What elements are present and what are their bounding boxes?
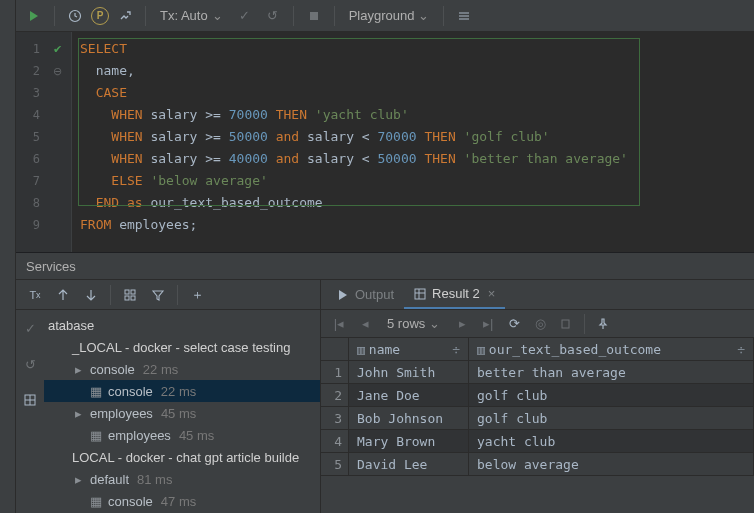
tx-mode-dropdown[interactable]: Tx: Auto ⌄ (154, 8, 229, 23)
tree-item-ms: 81 ms (137, 472, 172, 487)
services-panel: Tx ＋ ✓ ↺ (16, 280, 754, 513)
close-tab-icon[interactable]: × (488, 286, 496, 301)
grid-cell[interactable]: Bob Johnson (349, 407, 469, 430)
editor-code[interactable]: SELECT name, CASE WHEN salary >= 70000 T… (72, 32, 754, 252)
rows-dropdown[interactable]: 5 rows ⌄ (379, 316, 448, 331)
layout-small-icon[interactable] (17, 388, 43, 412)
copy-icon[interactable] (554, 313, 578, 335)
tree-row[interactable]: ▸employees45 ms (44, 402, 320, 424)
grid-row-index: 2 (321, 384, 349, 407)
grid-row[interactable]: 3Bob Johnsongolf club (321, 407, 754, 430)
line-numbers: 1 2 3 4 5 6 7 8 9 (16, 32, 44, 252)
svg-rect-4 (125, 296, 129, 300)
tree-item-ms: 47 ms (161, 494, 196, 509)
gutter-marks: ✔ ⊖ (44, 32, 71, 252)
svg-rect-8 (562, 320, 569, 328)
run-button[interactable] (22, 4, 46, 28)
svg-rect-2 (125, 290, 129, 294)
grid-row[interactable]: 4Mary Brownyacht club (321, 430, 754, 453)
search-icon[interactable]: ◎ (528, 313, 552, 335)
sql-editor[interactable]: 1 2 3 4 5 6 7 8 9 ✔ ⊖ SELECT name, CASE … (16, 32, 754, 252)
chevron-down-icon: ⌄ (429, 316, 440, 331)
commit-icon[interactable]: ✓ (233, 4, 257, 28)
chevron-down-icon: ⌄ (418, 8, 429, 23)
svg-rect-5 (131, 296, 135, 300)
tree-row[interactable]: ▦employees45 ms (44, 424, 320, 446)
settings-icon[interactable] (113, 4, 137, 28)
tree-row[interactable]: _LOCAL - docker - select case testing (44, 336, 320, 358)
options-icon[interactable] (452, 4, 476, 28)
grid-row[interactable]: 1John Smithbetter than average (321, 361, 754, 384)
tree-item-ms: 45 ms (161, 406, 196, 421)
rollback-icon[interactable]: ↺ (261, 4, 285, 28)
svg-rect-1 (310, 12, 318, 20)
grid-cell[interactable]: better than average (469, 361, 754, 384)
tree-item-label: default (90, 472, 129, 487)
filter-icon[interactable] (145, 283, 171, 307)
grid-row[interactable]: 2Jane Doegolf club (321, 384, 754, 407)
tree-row[interactable]: ▦console47 ms (44, 490, 320, 512)
next-page-icon[interactable]: ▸ (450, 313, 474, 335)
grid-cell[interactable]: Jane Doe (349, 384, 469, 407)
tree-item-label: console (108, 494, 153, 509)
prev-page-icon[interactable]: ◂ (353, 313, 377, 335)
layout-icon[interactable] (117, 283, 143, 307)
tree-row[interactable]: ▸console22 ms (44, 358, 320, 380)
folder-icon: ▸ (70, 406, 86, 421)
grid-cell[interactable]: John Smith (349, 361, 469, 384)
reload-icon[interactable]: ⟳ (502, 313, 526, 335)
services-tree[interactable]: atabase _LOCAL - docker - select case te… (44, 310, 320, 513)
grid-cell[interactable]: Mary Brown (349, 430, 469, 453)
grid-cell[interactable]: golf club (469, 384, 754, 407)
add-icon[interactable]: ＋ (184, 283, 210, 307)
grid-column-header[interactable]: ▥name÷ (349, 338, 469, 361)
playground-label: Playground (349, 8, 415, 23)
grid-column-header[interactable]: ▥our_text_based_outcome÷ (469, 338, 754, 361)
tree-item-label: employees (90, 406, 153, 421)
folder-icon: ▸ (70, 472, 86, 487)
tx-icon[interactable]: Tx (22, 283, 48, 307)
grid-row[interactable]: 5David Leebelow average (321, 453, 754, 476)
grid-cell[interactable]: golf club (469, 407, 754, 430)
playground-dropdown[interactable]: Playground ⌄ (343, 8, 436, 23)
table-icon: ▦ (88, 428, 104, 443)
services-toolbar: Tx ＋ (16, 280, 320, 310)
result-grid[interactable]: ▥name÷▥our_text_based_outcome÷1John Smit… (321, 338, 754, 513)
tab-output[interactable]: Output (327, 280, 404, 309)
tab-result-label: Result 2 (432, 286, 480, 301)
tree-heading: atabase (48, 318, 94, 333)
grid-row-index: 5 (321, 453, 349, 476)
check-icon[interactable]: ✓ (17, 316, 43, 340)
tree-item-ms: 45 ms (179, 428, 214, 443)
grid-cell[interactable]: below average (469, 453, 754, 476)
tree-row[interactable]: LOCAL - docker - chat gpt article builde (44, 446, 320, 468)
grid-row-index: 4 (321, 430, 349, 453)
tree-row[interactable]: ▦console22 ms (44, 380, 320, 402)
stop-button[interactable] (302, 4, 326, 28)
rows-label: 5 rows (387, 316, 425, 331)
grid-cell[interactable]: David Lee (349, 453, 469, 476)
expand-icon[interactable] (50, 283, 76, 307)
svg-rect-3 (131, 290, 135, 294)
table-icon: ▦ (88, 384, 104, 399)
tab-result[interactable]: Result 2 × (404, 280, 505, 309)
grid-header: ▥name÷▥our_text_based_outcome÷ (321, 338, 754, 361)
history-icon[interactable] (63, 4, 87, 28)
chevron-down-icon: ⌄ (212, 8, 223, 23)
services-panel-header[interactable]: Services (16, 252, 754, 280)
tree-item-label: console (108, 384, 153, 399)
tree-item-label: console (90, 362, 135, 377)
undo-icon[interactable]: ↺ (17, 352, 43, 376)
pending-badge-icon[interactable]: P (91, 7, 109, 25)
tree-row[interactable]: ▸default81 ms (44, 468, 320, 490)
pin-icon[interactable] (591, 313, 615, 335)
editor-gutter: 1 2 3 4 5 6 7 8 9 ✔ ⊖ (16, 32, 72, 252)
collapse-icon[interactable] (78, 283, 104, 307)
first-page-icon[interactable]: |◂ (327, 313, 351, 335)
result-toolbar: |◂ ◂ 5 rows ⌄ ▸ ▸| ⟳ ◎ (321, 310, 754, 338)
editor-toolbar: P Tx: Auto ⌄ ✓ ↺ Playground ⌄ (16, 0, 754, 32)
table-icon: ▦ (88, 494, 104, 509)
grid-cell[interactable]: yacht club (469, 430, 754, 453)
last-page-icon[interactable]: ▸| (476, 313, 500, 335)
result-tabs: Output Result 2 × (321, 280, 754, 310)
